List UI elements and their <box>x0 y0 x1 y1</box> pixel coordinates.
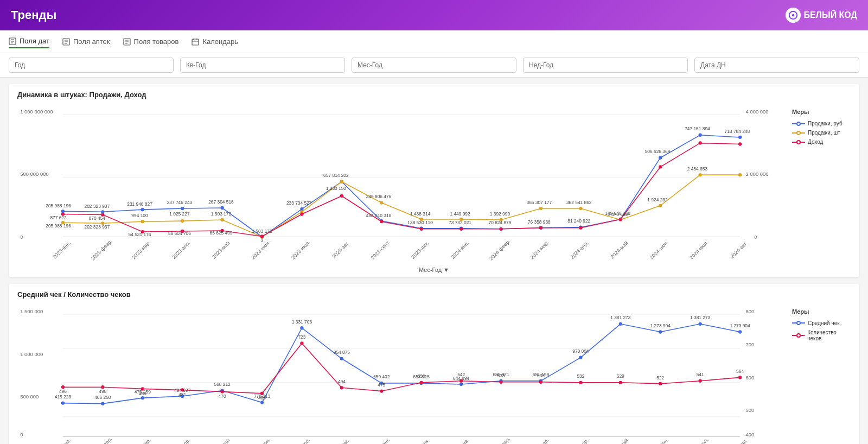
chart1-legend-dohod: Доход <box>792 139 851 145</box>
chart1-dot-rub-16 <box>699 134 702 137</box>
chart1-xlabel-3: 2023-апр. <box>171 239 192 260</box>
toolbar-item-products[interactable]: Поля товаров <box>123 35 179 48</box>
chart2-dot-chek-16 <box>698 322 701 325</box>
chart2-xlabel-6: 2023-июл. <box>290 436 311 444</box>
chart1-area: 1 000 000 000 500 000 000 0 4 000 000 2 … <box>17 103 851 264</box>
chart1-dot-dohod-8 <box>380 220 383 223</box>
chart2-xlabel-4: 2023-май <box>211 437 231 444</box>
chart2-label-kol-16: 541 <box>697 372 704 377</box>
chart1-dot-rub-4 <box>220 206 224 210</box>
filter-icon-pharmacies <box>62 38 70 46</box>
chart1-dot-rub-2 <box>141 208 144 211</box>
chart1-label-dohod-4: 65 625 409 <box>210 230 233 236</box>
chart1-label-rub-11: 70 824 879 <box>488 220 511 225</box>
chart2-label-kol-8: 475 <box>378 382 385 388</box>
chart2-label-kol-5: 460 <box>258 395 266 401</box>
chart1-yaxis-left-top: 1 000 000 000 <box>20 109 53 115</box>
chart2-label-chek-14: 1 381 273 <box>610 315 631 320</box>
chart2-label-kol-3: 481 <box>178 392 186 397</box>
chart1-label-rub-8: 454 010 318 <box>366 213 392 218</box>
chart2-xlabel-15: 2024-июн. <box>648 436 669 444</box>
chart1-legend-rub: Продажи, руб <box>792 120 851 126</box>
chart1-card: Динамика в штуках: Продажи, Доход 1 000 … <box>9 84 859 277</box>
chart2-label-kol-17: 564 <box>736 369 744 374</box>
chart1-dot-dohod-16 <box>699 141 702 144</box>
filter-row: Год Кв-Год Мес-Год Нед-Год Дата ДН <box>0 53 868 78</box>
chart1-xlabel-11: 2024-февр. <box>488 238 512 262</box>
chart1-yaxis-left-mid: 500 000 000 <box>20 171 48 177</box>
filter-data-dn[interactable]: Дата ДН <box>694 58 859 73</box>
chart2-label-kol-2: 488 <box>139 391 146 396</box>
chart1-dot-sht-16 <box>699 173 702 176</box>
chart1-label-rub-0: 205 988 196 <box>46 203 71 208</box>
chart1-label-sht-10: 1 449 992 <box>450 211 470 217</box>
chart1-dot-rub-17 <box>738 136 742 139</box>
chart2-label-kol-9: 530 <box>418 373 425 379</box>
chart2-yaxis-left-mid2: 500 000 <box>20 394 39 399</box>
chart1-label-rub-15: 506 626 369 <box>645 149 671 154</box>
toolbar-item-pharmacies[interactable]: Поля аптек <box>62 35 110 48</box>
logo-icon <box>786 8 801 23</box>
chart2-dot-chek-10 <box>459 383 463 386</box>
chart2-dot-kol-8 <box>380 389 383 392</box>
chart1-xlabel-13: 2024-апр. <box>569 239 590 260</box>
chart2-xlabel-3: 2023-апр. <box>171 437 192 444</box>
chart2-dot-kol-17 <box>738 376 742 379</box>
chart1-yaxis-right-bot: 0 <box>754 234 757 240</box>
chart2-line-chek <box>63 324 740 403</box>
chart1-label-rub-2: 231 946 827 <box>127 201 152 207</box>
chart2-label-kol-11: 533 <box>497 373 505 378</box>
chart1-label-sht-12: 365 307 177 <box>527 200 552 205</box>
chart2-dot-kol-6 <box>300 341 303 345</box>
chart1-dot-sht-3 <box>181 219 184 223</box>
chart2-yaxis-right-top: 800 <box>746 308 755 314</box>
chart2-label-chek-1: 406 250 <box>94 395 111 400</box>
chart1-dot-sht-7 <box>340 180 343 183</box>
page-title: Тренды <box>11 8 56 22</box>
chart2-yaxis-left-bot: 0 <box>20 432 23 437</box>
filter-mes-god[interactable]: Мес-Год <box>352 58 516 73</box>
toolbar-label-products: Поля товаров <box>134 37 179 46</box>
filter-kv-god[interactable]: Кв-Год <box>180 58 345 73</box>
chart1-label-sht-15: 1 924 232 <box>647 197 668 202</box>
chart1-xlabel-15: 2024-июн. <box>648 239 669 261</box>
chart2-xlabel-5: 2023-июн. <box>250 436 271 444</box>
toolbar-item-calendar[interactable]: Календарь <box>192 35 238 48</box>
chart1-dot-dohod-6 <box>300 212 303 215</box>
chart2-xlabel-0: 2023-янв. <box>52 437 72 444</box>
chart1-label-dohod-3: 56 604 706 <box>168 231 191 236</box>
chart2-dot-chek-13 <box>579 356 582 359</box>
toolbar-item-dates[interactable]: Поля дат <box>9 35 49 48</box>
chart2-dot-kol-14 <box>619 380 622 384</box>
chart1-label-rub-10: 73 732 021 <box>449 220 471 225</box>
chart2-label-kol-6: 723 <box>298 334 305 340</box>
chart1-dot-sht-17 <box>738 173 742 176</box>
chart2-xlabel-7: 2023-авг. <box>331 437 350 444</box>
chart2-area: 1 500 000 1 000 000 500 000 0 800 700 60… <box>17 303 851 444</box>
chart1-xlabel-8: 2023-сент. <box>369 239 391 261</box>
filter-god[interactable]: Год <box>9 58 174 73</box>
chart2-xlabel-12: 2024-мар. <box>529 436 550 444</box>
chart2-label-chek-17: 1 273 904 <box>730 323 750 328</box>
chart1-line-dohod <box>63 143 740 236</box>
chart2-legend-title: Меры <box>792 308 851 315</box>
chart2-label-kol-7: 494 <box>338 379 346 384</box>
chart2-label-chek-7: 954 875 <box>334 350 350 355</box>
chart1-xlabel-7: 2023-авг. <box>331 240 350 259</box>
chart1-label-rub-16: 747 151 894 <box>685 126 710 131</box>
chart1-label-rub-1: 202 323 937 <box>85 204 110 209</box>
chart1-dot-sht-15 <box>659 204 662 207</box>
chart1-dot-sht-13 <box>579 207 582 210</box>
chart1-label-sht-2: 994 100 <box>131 213 148 218</box>
header: Тренды БЕЛЫЙ КОД <box>0 0 868 30</box>
chart1-footer[interactable]: Мес-Год ▼ <box>17 267 851 273</box>
chart1-label-rub-13: 81 240 922 <box>567 218 590 224</box>
chart1-label-sht-1: 870 454 <box>89 215 106 221</box>
chart1-label-dohod-1: 202 323 937 <box>85 224 110 230</box>
chart1-xlabel-2: 2023-мар. <box>131 239 152 261</box>
chart2-dot-chek-17 <box>738 330 742 333</box>
chart1-dot-dohod-13 <box>579 226 582 230</box>
chart2-container: 1 500 000 1 000 000 500 000 0 800 700 60… <box>17 303 786 444</box>
filter-ned-god[interactable]: Нед-Год <box>523 58 688 73</box>
chart2-legend-chek: Средний чек <box>792 320 851 326</box>
